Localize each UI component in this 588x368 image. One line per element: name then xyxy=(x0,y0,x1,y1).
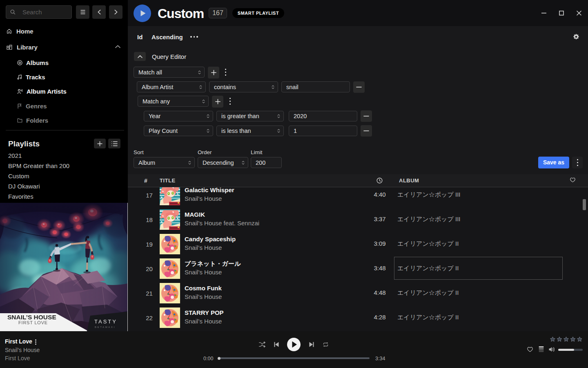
svg-text:TASTY: TASTY xyxy=(94,319,117,325)
svg-text:BETAMAXI: BETAMAXI xyxy=(95,326,116,328)
svg-text:SNAIL’S HOUSE: SNAIL’S HOUSE xyxy=(7,314,56,321)
svg-text:FIRST LOVE: FIRST LOVE xyxy=(18,320,48,325)
